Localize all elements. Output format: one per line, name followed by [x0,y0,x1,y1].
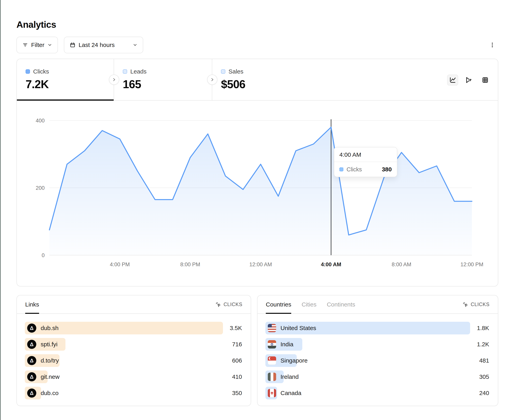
chart-type-switcher [447,74,491,86]
country-label: United States [280,325,316,332]
tooltip-time: 4:00 AM [334,147,397,162]
links-panel: Links CLICKS Δdub.sh 3.5K Δspti.fyi 716 … [16,295,251,406]
funnel-view-button[interactable] [463,74,474,86]
page-title: Analytics [16,19,56,30]
link-row[interactable]: Δgit.new 410 [25,370,242,383]
filter-button[interactable]: Filter [16,37,58,53]
continents-tab-label: Continents [327,301,355,308]
link-value: 3.5K [223,325,242,332]
filter-icon [22,42,28,48]
links-metric-label: CLICKS [224,302,242,307]
funnel-icon [465,76,473,84]
countries-metric-toggle[interactable]: CLICKS [462,302,490,307]
cities-tab-label: Cities [301,301,316,308]
stat-label: Leads [130,68,147,75]
x-axis-label: 8:00 PM [180,261,200,268]
link-value: 350 [223,390,242,396]
country-row[interactable]: Singapore 481 [265,354,489,367]
links-list: Δdub.sh 3.5K Δspti.fyi 716 Δd.to/try 606… [17,314,251,399]
link-value: 606 [223,357,242,364]
date-range-label: Last 24 hours [79,42,115,48]
stats-tab-leads[interactable]: Leads 165 [114,59,212,100]
x-axis-label: 4:00 AM [321,261,341,268]
country-row[interactable]: Canada 240 [265,387,489,399]
country-value: 240 [470,390,489,396]
chevron-down-icon [47,42,52,48]
link-label: dub.sh [41,325,59,332]
clicks-timeseries-chart: 02004004:00 PM8:00 PM12:00 AM4:00 AM8:00… [17,100,499,286]
stat-label: Sales [229,68,243,75]
chevron-right-icon [210,77,215,82]
link-row[interactable]: Δdub.sh 3.5K [25,322,242,334]
country-value: 305 [470,373,489,380]
chart-tooltip: 4:00 AM Clicks 380 [334,147,397,177]
countries-metric-label: CLICKS [471,302,490,307]
link-label: dub.co [41,390,59,396]
link-value: 410 [223,373,242,380]
dub-logo-icon: Δ [27,324,36,333]
stats-tab-clicks[interactable]: Clicks 7.2K [17,59,114,100]
links-tab-label: Links [25,301,39,308]
links-panel-header: Links CLICKS [17,295,251,314]
country-label: India [280,341,293,348]
country-row[interactable]: Ireland 305 [265,370,489,383]
clicks-square-icon [26,69,30,74]
expand-metric-button[interactable] [207,74,217,85]
chevron-right-icon [112,77,117,82]
country-label: Singapore [280,357,308,364]
stats-tabs-row: Clicks 7.2K Leads 165 Sales $506 [17,59,498,101]
analytics-chart[interactable]: 02004004:00 PM8:00 PM12:00 AM4:00 AM8:00… [17,100,499,286]
singapore-flag-icon [268,356,276,365]
canada-flag-icon [268,389,276,397]
stat-value: 165 [123,78,212,91]
countries-tab-label: Countries [266,301,291,308]
dub-logo-icon: Δ [27,340,36,349]
area-fill [49,127,472,255]
chevron-down-icon [133,42,138,48]
more-options-button[interactable] [486,37,498,53]
kebab-menu-icon [489,41,496,49]
date-range-button[interactable]: Last 24 hours [64,37,143,53]
tab-continents[interactable]: Continents [327,295,355,313]
country-value: 1.8K [470,325,489,332]
tab-cities[interactable]: Cities [301,295,316,313]
grid-icon [481,76,489,84]
country-label: Canada [280,390,301,396]
link-value: 716 [223,341,242,348]
link-row[interactable]: Δd.to/try 606 [25,354,242,367]
sales-square-icon [221,69,225,74]
window-edge [0,0,0,420]
line-chart-icon [449,76,456,84]
link-label: d.to/try [41,357,59,364]
countries-panel-header: Countries Cities Continents CLICKS [257,295,498,314]
line-chart-view-button[interactable] [447,74,458,86]
dub-logo-icon: Δ [27,389,36,398]
x-axis-label: 8:00 AM [392,261,411,268]
link-row[interactable]: Δdub.co 350 [25,387,242,399]
x-axis-label: 12:00 AM [249,261,272,268]
countries-panel: Countries Cities Continents CLICKS Unite… [257,295,498,406]
link-label: git.new [41,373,60,380]
calendar-icon [69,42,76,48]
country-row[interactable]: India 1.2K [265,338,489,351]
links-metric-toggle[interactable]: CLICKS [215,302,242,307]
tab-links[interactable]: Links [25,295,39,313]
analytics-card: Clicks 7.2K Leads 165 Sales $506 [16,59,498,286]
us-flag-icon [268,324,276,332]
countries-list: United States 1.8K India 1.2K Singapore … [257,314,498,399]
dub-logo-icon: Δ [27,372,36,381]
x-axis-label: 4:00 PM [110,261,130,268]
tooltip-series-label: Clicks [347,166,362,173]
dub-logo-icon: Δ [27,356,36,365]
tab-countries[interactable]: Countries [266,295,291,313]
x-axis-label: 12:00 PM [460,261,483,268]
country-row[interactable]: United States 1.8K [265,322,489,334]
expand-metric-button[interactable] [109,74,119,85]
y-axis-label: 400 [36,118,45,124]
leads-square-icon [123,69,127,74]
tooltip-value: 380 [382,166,392,173]
cursor-click-icon [215,302,221,307]
link-row[interactable]: Δspti.fyi 716 [25,338,242,351]
stat-label: Clicks [33,68,49,75]
table-view-button[interactable] [480,74,491,86]
